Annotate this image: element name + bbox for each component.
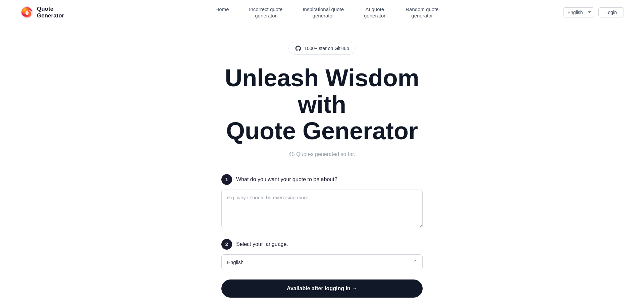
step-1-number: 1 (221, 174, 232, 185)
language-select-nav[interactable]: English Spanish French German (563, 7, 594, 17)
github-badge-text: 1000+ star on GitHub (304, 46, 349, 51)
form-area: 1 What do you want your quote to be abou… (221, 174, 423, 298)
nav-links: Home Incorrect quote generator Inspirati… (91, 6, 563, 19)
github-badge[interactable]: 1000+ star on GitHub (288, 42, 355, 55)
logo-text: Quote Generator (37, 6, 64, 19)
generate-button[interactable]: Available after logging in → (221, 279, 423, 298)
step-2-label: Select your language. (236, 241, 288, 247)
nav-item-random[interactable]: Random quote generator (406, 6, 438, 19)
language-dropdown-wrapper: English Spanish French German Italian Po… (221, 254, 423, 270)
hero-title: Unleash Wisdom with Quote Generator (205, 65, 439, 145)
login-button[interactable]: Login (598, 7, 624, 17)
step-2-header: 2 Select your language. (221, 239, 423, 250)
main-content: 1000+ star on GitHub Unleash Wisdom with… (0, 25, 644, 306)
nav-right: English Spanish French German Login (563, 7, 624, 17)
step-2-number: 2 (221, 239, 232, 250)
navbar: Quote Generator Home Incorrect quote gen… (0, 0, 644, 25)
nav-item-ai[interactable]: AI quote generator (364, 6, 385, 19)
logo-icon (20, 6, 34, 19)
logo[interactable]: Quote Generator (20, 6, 64, 19)
nav-item-incorrect[interactable]: Incorrect quote generator (249, 6, 282, 19)
step-1-header: 1 What do you want your quote to be abou… (221, 174, 423, 185)
step-1-label: What do you want your quote to be about? (236, 176, 337, 183)
nav-item-home[interactable]: Home (215, 6, 229, 19)
hero-subtitle: 45 Quotes generated so far. (289, 151, 355, 157)
language-select-form[interactable]: English Spanish French German Italian Po… (221, 254, 423, 270)
github-icon (295, 45, 302, 52)
quote-topic-input[interactable] (221, 190, 423, 228)
nav-item-inspirational[interactable]: Inspirational quote generator (303, 6, 344, 19)
